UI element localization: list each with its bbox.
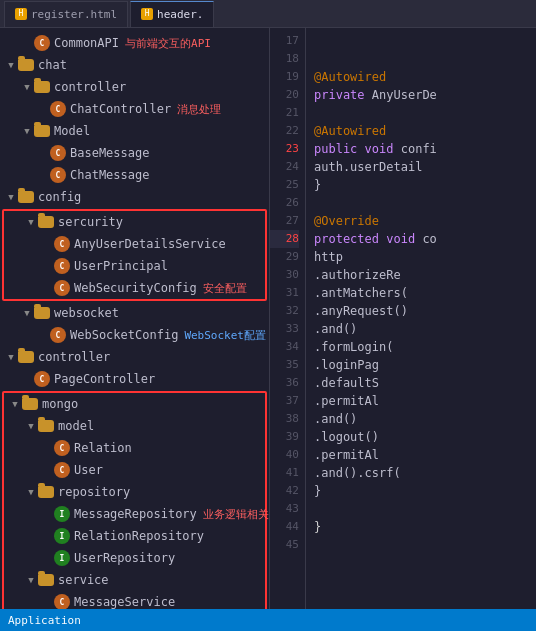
folder-icon [34,307,50,319]
folder-icon [18,351,34,363]
code-line: .authorizeRe [314,266,528,284]
code-line [314,194,528,212]
tree-arrow [36,328,50,342]
tree-item-relation[interactable]: C🔒Relation [4,437,265,459]
line-number: 29 [270,248,299,266]
code-line: } [314,482,528,500]
tree-item-label: controller [38,350,110,364]
tree-item-chat-model[interactable]: Model [0,120,269,142]
folder-icon [38,486,54,498]
code-line: protected void co [314,230,528,248]
tree-item-controller2[interactable]: controller [0,346,269,368]
code-line: @Override [314,212,528,230]
tree-item-config[interactable]: config [0,186,269,208]
tree-arrow [40,441,54,455]
line-number: 26 [270,194,299,212]
tree-item-chatcontroller[interactable]: C🔒ChatController消息处理 [0,98,269,120]
tab-header[interactable]: H header. [130,1,214,27]
code-lines[interactable]: @Autowired private AnyUserDe @Autowired … [306,28,536,609]
tree-item-annotation: 业务逻辑相关 [203,507,269,522]
tree-item-websecurityconfig[interactable]: C🔒WebSecurityConfig安全配置 [4,277,265,299]
line-number: 37 [270,392,299,410]
tree-item-label: service [58,573,109,587]
folder-icon [22,398,38,410]
tree-arrow [20,80,34,94]
tree-arrow [40,595,54,609]
tab-register-label: register.html [31,8,117,21]
tree-item-label: ChatController [70,102,171,116]
tree-item-label: mongo [42,397,78,411]
tree-arrow [24,485,38,499]
tree-item-sercurity-group-start[interactable]: sercurity [4,211,265,233]
tree-item-user[interactable]: C🔒User [4,459,265,481]
tree-item-label: config [38,190,81,204]
tree-item-service[interactable]: service [4,569,265,591]
code-line: private AnyUserDe [314,86,528,104]
line-number: 18 [270,50,299,68]
tree-item-annotation: 与前端交互的API [125,36,211,51]
line-number: 17 [270,32,299,50]
tree-item-label: UserPrincipal [74,259,168,273]
tree-item-chat[interactable]: chat [0,54,269,76]
tree-item-userrepository[interactable]: I🔒UserRepository [4,547,265,569]
tree-item-chat-controller[interactable]: controller [0,76,269,98]
tree-item-label: ChatMessage [70,168,149,182]
class-icon: C [50,327,66,343]
tree-item-annotation: WebSocket配置 [184,328,266,343]
line-number: 25 [270,176,299,194]
tree-arrow [40,551,54,565]
tree-item-messageservice[interactable]: C🔒MessageService [4,591,265,609]
tree-item-repository[interactable]: repository [4,481,265,503]
line-number: 33 [270,320,299,338]
code-editor: 1718192021222324252627282930313233343536… [270,28,536,609]
tree-item-chatmessage[interactable]: C🔒ChatMessage [0,164,269,186]
tree-item-commonapi[interactable]: C🔒CommonAPI与前端交互的API [0,32,269,54]
line-number: 35 [270,356,299,374]
class-icon: C [54,462,70,478]
code-line: .loginPag [314,356,528,374]
tree-item-mongo-group-start[interactable]: mongo [4,393,265,415]
code-line [314,500,528,518]
tree-item-label: repository [58,485,130,499]
tree-item-label: sercurity [58,215,123,229]
code-line: } [314,176,528,194]
tree-item-relationrepository[interactable]: I🔒RelationRepository [4,525,265,547]
code-line: .formLogin( [314,338,528,356]
code-line: .defaultS [314,374,528,392]
tab-register-icon: H [15,8,27,20]
tab-header-icon: H [141,8,153,20]
line-number: 38 [270,410,299,428]
tree-item-messagerepository[interactable]: I🔒MessageRepository业务逻辑相关 [4,503,265,525]
tree-item-websocketconfig[interactable]: C🔒WebSocketConfigWebSocket配置 [0,324,269,346]
tree-item-pagecontroller[interactable]: C🔒PageController [0,368,269,390]
tree-arrow [20,124,34,138]
tree-item-websocket[interactable]: websocket [0,302,269,324]
line-number: 21 [270,104,299,122]
tree-item-label: BaseMessage [70,146,149,160]
line-number: 40 [270,446,299,464]
class-icon: C [34,35,50,51]
tree-item-label: CommonAPI [54,36,119,50]
status-application-label: Application [8,614,81,627]
line-number: 28 [270,230,299,248]
tree-item-mongo-model[interactable]: model [4,415,265,437]
tree-item-basemessage[interactable]: C🔒BaseMessage [0,142,269,164]
line-number: 19 [270,68,299,86]
tree-item-userprincipal[interactable]: C🔒UserPrincipal [4,255,265,277]
code-line: @Autowired [314,122,528,140]
tree-item-anyuserdetails[interactable]: C🔒AnyUserDetailsService [4,233,265,255]
tab-register[interactable]: H register.html [4,1,128,27]
tree-item-label: websocket [54,306,119,320]
code-line [314,536,528,554]
interface-icon: I [54,550,70,566]
tab-header-label: header. [157,8,203,21]
main-content: C🔒CommonAPI与前端交互的APIchatcontrollerC🔒Chat… [0,28,536,609]
folder-icon [34,125,50,137]
line-number: 44 [270,518,299,536]
class-icon: C [50,167,66,183]
folder-icon [18,191,34,203]
folder-icon [34,81,50,93]
tree-item-label: MessageService [74,595,175,609]
code-line [314,32,528,50]
class-icon: C [54,280,70,296]
